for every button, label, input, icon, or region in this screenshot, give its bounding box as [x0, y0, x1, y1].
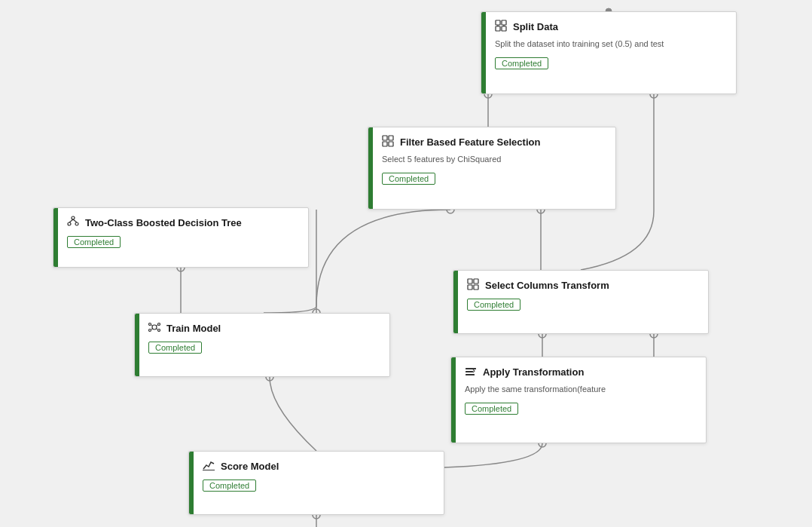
svg-rect-42	[466, 374, 475, 375]
train-model-icon	[148, 321, 160, 336]
svg-rect-15	[502, 26, 506, 31]
split-data-desc: Split the dataset into training set (0.5…	[495, 38, 725, 50]
svg-rect-18	[383, 136, 387, 140]
apply-transformation-desc: Apply the same transformation(feature	[465, 384, 695, 395]
select-columns-title: Select Columns Transform	[485, 280, 609, 291]
svg-point-32	[149, 323, 151, 326]
node-filter-feature[interactable]: Filter Based Feature Selection Select 5 …	[368, 127, 616, 210]
svg-rect-27	[468, 279, 472, 283]
svg-rect-12	[496, 20, 500, 25]
node-split-data[interactable]: Split Data Split the dataset into traini…	[481, 11, 737, 94]
svg-point-24	[75, 222, 78, 225]
svg-point-35	[158, 329, 160, 332]
svg-point-33	[158, 323, 160, 326]
svg-rect-40	[466, 368, 476, 369]
filter-feature-status: Completed	[382, 173, 435, 185]
two-class-icon	[67, 216, 79, 230]
score-model-title: Score Model	[221, 461, 279, 472]
train-model-title: Train Model	[166, 323, 221, 334]
svg-point-31	[152, 325, 157, 329]
svg-line-25	[69, 219, 73, 222]
svg-rect-19	[389, 136, 393, 140]
apply-transformation-title: Apply Transformation	[483, 366, 584, 378]
score-model-status: Completed	[203, 480, 256, 492]
svg-rect-29	[468, 285, 472, 290]
node-apply-transformation[interactable]: Apply Transformation Apply the same tran…	[450, 357, 707, 443]
filter-feature-desc: Select 5 features by ChiSquared	[382, 154, 605, 165]
node-two-class-boosted[interactable]: Two-Class Boosted Decision Tree Complete…	[53, 207, 309, 268]
select-columns-icon	[467, 278, 479, 293]
svg-rect-14	[496, 26, 500, 31]
two-class-title: Two-Class Boosted Decision Tree	[85, 217, 242, 228]
filter-feature-title: Filter Based Feature Selection	[400, 136, 540, 148]
svg-rect-41	[466, 371, 473, 372]
node-train-model[interactable]: Train Model Completed	[134, 313, 390, 377]
node-score-model[interactable]: Score Model Completed	[188, 451, 444, 515]
svg-line-26	[73, 219, 77, 222]
train-model-status: Completed	[148, 342, 202, 354]
svg-rect-20	[383, 142, 387, 146]
svg-point-22	[72, 216, 75, 219]
pipeline-canvas: Split Data Split the dataset into traini…	[0, 0, 812, 527]
split-data-icon	[495, 20, 507, 34]
svg-point-23	[68, 222, 71, 225]
select-columns-status: Completed	[467, 299, 520, 311]
score-model-icon	[203, 459, 215, 473]
split-data-status: Completed	[495, 57, 548, 69]
svg-rect-28	[474, 279, 478, 283]
apply-transformation-icon	[465, 365, 477, 379]
svg-point-34	[149, 329, 151, 332]
node-select-columns-transform[interactable]: Select Columns Transform Completed	[453, 270, 709, 334]
svg-rect-13	[502, 20, 506, 25]
svg-rect-30	[474, 285, 478, 290]
svg-rect-43	[203, 470, 215, 470]
filter-feature-icon	[382, 135, 394, 149]
two-class-status: Completed	[67, 236, 121, 248]
svg-rect-21	[389, 142, 393, 146]
split-data-title: Split Data	[513, 21, 558, 32]
apply-transformation-status: Completed	[465, 403, 518, 415]
